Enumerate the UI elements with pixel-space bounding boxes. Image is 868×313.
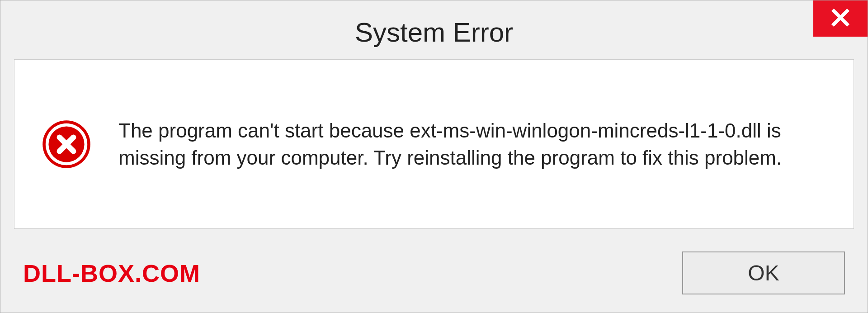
dialog-title: System Error bbox=[355, 17, 513, 48]
footer: DLL-BOX.COM OK bbox=[0, 242, 868, 313]
close-button[interactable] bbox=[813, 0, 868, 37]
message-row: The program can't start because ext-ms-w… bbox=[14, 60, 854, 228]
error-dialog: System Error The program can't bbox=[0, 0, 868, 313]
close-icon bbox=[830, 8, 850, 29]
titlebar: System Error bbox=[0, 0, 868, 59]
ok-button[interactable]: OK bbox=[682, 251, 845, 294]
error-icon bbox=[42, 119, 91, 169]
content-area: The program can't start because ext-ms-w… bbox=[14, 59, 854, 229]
ok-button-label: OK bbox=[748, 261, 779, 285]
error-message: The program can't start because ext-ms-w… bbox=[118, 117, 822, 171]
watermark-text: DLL-BOX.COM bbox=[23, 259, 200, 287]
